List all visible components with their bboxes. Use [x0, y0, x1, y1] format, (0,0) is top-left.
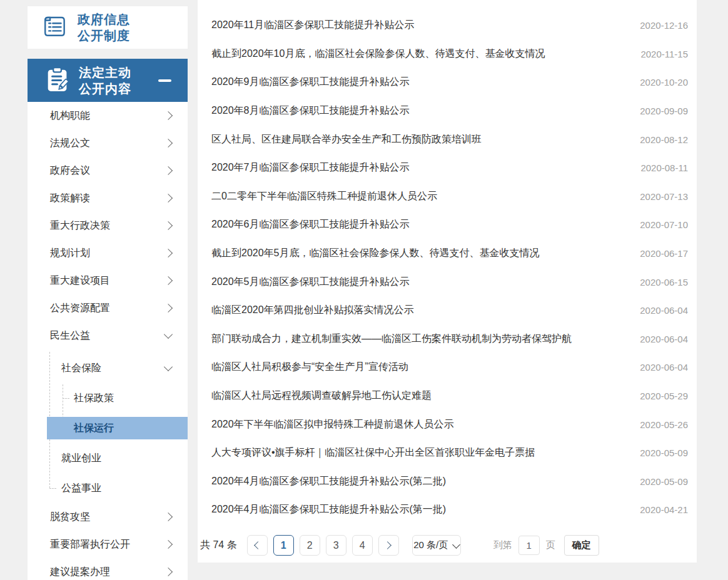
list-item: 2020年9月临淄区参保职工技能提升补贴公示 2020-10-20 [211, 68, 688, 97]
article-link[interactable]: 2020年6月临淄区参保职工技能提升补贴公示 [211, 218, 640, 231]
list-item: 2020年6月临淄区参保职工技能提升补贴公示 2020-07-10 [211, 211, 688, 239]
prev-page-button[interactable] [247, 535, 268, 556]
list-item: 区人社局、区住建局联合举办安全生产和工伤预防政策培训班 2020-08-12 [211, 125, 688, 154]
sidebar-item-12[interactable]: 就业创业 [28, 443, 188, 473]
sidebar-item-4[interactable]: 重大行政决策 [28, 212, 188, 239]
article-link[interactable]: 区人社局、区住建局联合举办安全生产和工伤预防政策培训班 [211, 133, 640, 146]
chevron-down-icon [164, 362, 173, 371]
sidebar-item-3[interactable]: 政策解读 [28, 184, 188, 212]
list-item: 2020年11月临淄区参保职工技能提升补贴公示 2020-12-16 [211, 11, 688, 40]
sidebar-item-6[interactable]: 重大建设项目 [28, 267, 188, 294]
sidebar-item-label: 公共资源配置 [50, 302, 110, 315]
sidebar-item-label: 政策解读 [50, 192, 90, 205]
list-item: 临淄区2020年第四批创业补贴拟落实情况公示 2020-06-04 [211, 296, 688, 325]
chevron-right-icon [164, 221, 173, 230]
article-link[interactable]: 2020年11月临淄区参保职工技能提升补贴公示 [211, 19, 640, 32]
page-button-1[interactable]: 1 [273, 535, 294, 556]
list-item: 2020年4月临淄区参保职工技能提升补贴公示(第一批) 2020-04-21 [211, 496, 688, 524]
sidebar-item-label: 就业创业 [61, 452, 101, 465]
article-link[interactable]: 临淄区人社局远程视频调查破解异地工伤认定难题 [211, 389, 640, 402]
article-date: 2020-08-11 [640, 162, 688, 173]
sidebar-item-label: 规划计划 [50, 247, 90, 260]
sidebar-item-11[interactable]: 社保运行 [28, 413, 188, 443]
sidebar-item-5[interactable]: 规划计划 [28, 239, 188, 267]
list-item: 二0二零年下半年临淄区特殊工种提前退休人员公示 2020-07-13 [211, 182, 688, 211]
top-card-title-line1: 政府信息 [78, 11, 130, 28]
article-date: 2020-05-29 [640, 391, 688, 401]
article-date: 2020-10-20 [640, 77, 688, 88]
sidebar-item-label: 重大建设项目 [50, 274, 110, 288]
sidebar-item-2[interactable]: 政府会议 [28, 157, 188, 184]
article-link[interactable]: 部门联动成合力，建立机制重实效——临淄区工伤案件联动机制为劳动者保驾护航 [211, 332, 640, 346]
article-date: 2020-07-13 [640, 191, 688, 202]
article-link[interactable]: 临淄区2020年第四批创业补贴拟落实情况公示 [211, 304, 640, 317]
article-link[interactable]: 2020年8月临淄区参保职工技能提升补贴公示 [211, 104, 640, 118]
sidebar-top-card[interactable]: 政府信息 公开制度 [28, 6, 188, 49]
sidebar-header[interactable]: 法定主动 公开内容 [28, 59, 188, 102]
chevron-right-icon [164, 194, 173, 202]
article-date: 2020-07-10 [640, 219, 688, 230]
article-link[interactable]: 2020年4月临淄区参保职工技能提升补贴公示(第二批) [211, 475, 640, 488]
article-link[interactable]: 截止到2020年10月底，临淄区社会保险参保人数、待遇支付、基金收支情况 [211, 48, 640, 61]
list-item: 临淄区人社局远程视频调查破解异地工伤认定难题 2020-05-29 [211, 382, 688, 411]
next-page-button[interactable] [378, 535, 399, 556]
sidebar-item-7[interactable]: 公共资源配置 [28, 294, 188, 322]
list-item: 截止到2020年5月底，临淄区社会保险参保人数、待遇支付、基金收支情况 2020… [211, 239, 688, 268]
article-date: 2020-06-04 [640, 334, 688, 344]
article-date: 2020-06-15 [640, 277, 688, 288]
sidebar-item-label: 重要部署执行公开 [50, 538, 130, 551]
goto-page-group: 到第 页 确定 [493, 535, 599, 556]
page-button-2[interactable]: 2 [300, 535, 320, 556]
sidebar-item-16[interactable]: 建议提案办理 [28, 558, 188, 580]
article-link[interactable]: 2020年4月临淄区参保职工技能提升补贴公示(第一批) [211, 503, 640, 516]
sidebar-item-10[interactable]: 社保政策 [28, 383, 188, 413]
article-link[interactable]: 二0二零年下半年临淄区特殊工种提前退休人员公示 [211, 190, 640, 203]
page-size-label: 20 条/页 [413, 539, 448, 551]
sidebar-item-label: 重大行政决策 [50, 219, 110, 232]
page-size-select[interactable]: 20 条/页 [412, 535, 461, 556]
confirm-button[interactable]: 确定 [564, 535, 599, 556]
sidebar-item-label: 法规公文 [50, 137, 90, 150]
sidebar-item-14[interactable]: 脱贫攻坚 [28, 503, 188, 531]
goto-suffix-label: 页 [546, 539, 555, 551]
sidebar-item-13[interactable]: 公益事业 [28, 473, 188, 503]
page: { "colors":{ "accent":"#2e6da4", "active… [0, 0, 728, 580]
total-count: 共 74 条 [200, 539, 237, 552]
chevron-right-icon [164, 111, 173, 120]
article-date: 2020-06-04 [640, 362, 688, 372]
sidebar-item-15[interactable]: 重要部署执行公开 [28, 531, 188, 558]
chevron-right-icon [164, 304, 173, 312]
sidebar-item-label: 社保运行 [74, 422, 114, 435]
article-link[interactable]: 2020年下半年临淄区拟申报特殊工种提前退休人员公示 [211, 418, 640, 431]
chevron-right-icon [164, 166, 173, 175]
sidebar-item-label: 建议提案办理 [50, 566, 110, 579]
chevron-right-icon [164, 276, 173, 285]
page-button-4[interactable]: 4 [352, 535, 373, 556]
article-date: 2020-04-21 [640, 504, 688, 515]
article-date: 2020-06-04 [640, 305, 688, 316]
article-date: 2020-05-09 [640, 448, 688, 458]
list-item: 2020年下半年临淄区拟申报特殊工种提前退休人员公示 2020-05-26 [211, 410, 688, 439]
article-link[interactable]: 2020年9月临淄区参保职工技能提升补贴公示 [211, 76, 640, 89]
sidebar-item-8[interactable]: 民生公益 [28, 322, 188, 349]
article-link[interactable]: 人大专项评议•旗手标杆｜临淄区社保中心开出全区首张职业年金电子票据 [211, 446, 640, 459]
document-lines-icon [41, 14, 68, 41]
page-button-3[interactable]: 3 [326, 535, 346, 556]
article-link[interactable]: 2020年7月临淄区参保职工技能提升补贴公示 [211, 161, 640, 174]
list-item: 2020年8月临淄区参保职工技能提升补贴公示 2020-09-09 [211, 97, 688, 126]
goto-page-input[interactable] [518, 536, 540, 555]
article-date: 2020-12-16 [640, 20, 688, 31]
article-link[interactable]: 2020年5月临淄区参保职工技能提升补贴公示 [211, 276, 640, 289]
article-date: 2020-11-15 [640, 49, 688, 59]
article-link[interactable]: 截止到2020年5月底，临淄区社会保险参保人数、待遇支付、基金收支情况 [211, 247, 640, 260]
list-item: 2020年7月临淄区参保职工技能提升补贴公示 2020-08-11 [211, 154, 688, 182]
chevron-down-icon [452, 541, 460, 549]
article-link[interactable]: 临淄区人社局积极参与“安全生产月”宣传活动 [211, 361, 640, 374]
article-date: 2020-05-09 [640, 476, 688, 487]
sidebar-item-1[interactable]: 法规公文 [28, 129, 188, 157]
sidebar-item-label: 公益事业 [61, 482, 101, 495]
chevron-right-icon [164, 512, 173, 521]
sidebar-item-9[interactable]: 社会保险 [28, 353, 188, 383]
sidebar-item-0[interactable]: 机构职能 [28, 102, 188, 129]
collapse-minus-icon[interactable] [158, 79, 171, 82]
